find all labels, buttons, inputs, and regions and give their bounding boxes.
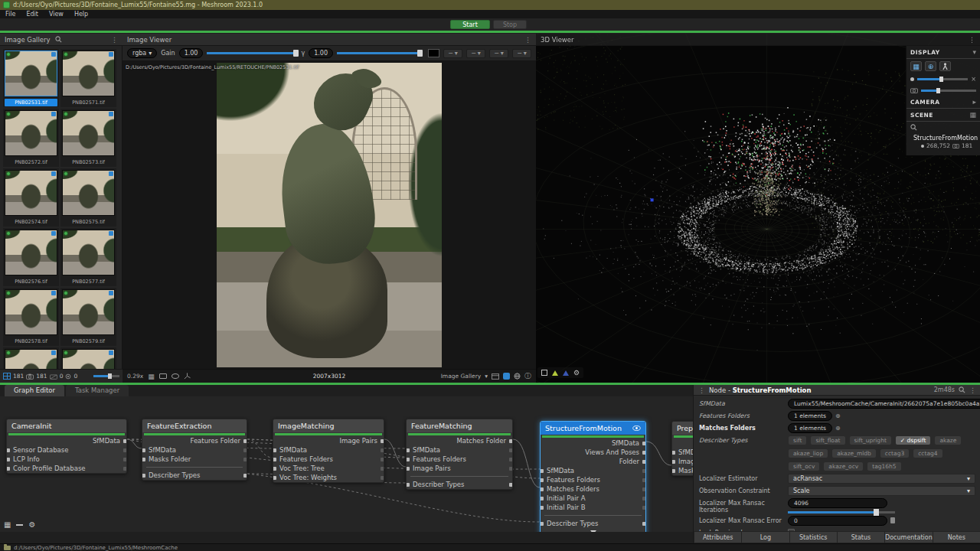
describer-chip-sift_upright[interactable]: sift_upright — [850, 436, 891, 445]
input-port[interactable] — [273, 467, 276, 471]
locator-toggle-icon[interactable] — [939, 61, 951, 71]
info-icon[interactable]: ⓘ — [524, 371, 531, 381]
eye-icon[interactable] — [632, 425, 641, 431]
gallery-thumbnail[interactable]: PNB02578.tif — [3, 288, 59, 346]
select-field[interactable]: Scale▾ — [788, 486, 975, 496]
elements-field[interactable]: 1 elements — [788, 423, 832, 433]
gallery-thumbnail[interactable]: PNB02576.tif — [3, 228, 59, 286]
scene-search-icon[interactable] — [910, 124, 917, 131]
output-port[interactable] — [642, 522, 645, 526]
input-port[interactable] — [142, 458, 145, 461]
gallery-thumbnail[interactable]: PNB02581.tif — [60, 347, 116, 369]
pass-port[interactable] — [243, 458, 247, 461]
np-tab-statistics[interactable]: Statistics — [790, 532, 837, 543]
describer-chip-akaze_ocv[interactable]: akaze_ocv — [824, 462, 863, 471]
fit-graph-icon[interactable]: ▦ — [4, 520, 11, 529]
graph-node-featurematching[interactable]: FeatureMatchingMatches FolderSfMDataFeat… — [406, 419, 513, 490]
panel-close-icon[interactable]: × — [971, 76, 976, 83]
grid-view-icon[interactable] — [3, 373, 11, 380]
output-port[interactable] — [509, 439, 512, 443]
pass-port[interactable] — [381, 448, 384, 452]
globe-icon[interactable] — [514, 373, 521, 380]
output-port[interactable] — [123, 439, 126, 443]
pass-port[interactable] — [123, 467, 126, 471]
viewer-3d-settings-icon[interactable]: ⚙ — [573, 369, 580, 377]
axes-icon[interactable] — [184, 373, 191, 380]
input-port[interactable] — [672, 451, 675, 455]
viewer-3d-menu-icon[interactable]: ⋮ — [969, 36, 975, 44]
input-port[interactable] — [541, 469, 544, 473]
hdr-icon[interactable] — [503, 373, 510, 380]
input-port[interactable] — [541, 522, 544, 526]
mesh-wire-icon[interactable] — [552, 370, 558, 376]
gallery-menu-icon[interactable]: ⋮ — [111, 36, 118, 44]
mesh-solid-icon[interactable] — [563, 370, 569, 376]
viewer-3d-panel[interactable]: 3D Viewer ⋮ ⚙ DISPLAY ▾ ▦ ⊕ — [536, 34, 980, 383]
np-tab-attributes[interactable]: Attributes — [694, 532, 741, 543]
describer-chip-sift_float[interactable]: sift_float — [811, 436, 844, 445]
point-size-slider[interactable] — [917, 78, 968, 80]
bbox-icon[interactable] — [541, 370, 547, 376]
scene-section-header[interactable]: SCENE ▦ — [906, 109, 980, 122]
thumbnail-size-slider[interactable] — [93, 375, 119, 377]
graph-node-featureextraction[interactable]: FeatureExtractionFeatures FolderSfMDataM… — [142, 419, 247, 481]
input-port[interactable] — [541, 487, 544, 491]
gizmo-toggle-icon[interactable]: ⊕ — [925, 61, 936, 71]
tab-task-manager[interactable]: Task Manager — [66, 385, 129, 396]
describer-chip-akaze_liop[interactable]: akaze_liop — [789, 449, 828, 458]
overlay-combo-3[interactable]: −▾ — [489, 49, 508, 58]
add-element-icon[interactable]: ⊕ — [835, 412, 841, 419]
describer-chip-cctag3[interactable]: cctag3 — [880, 449, 909, 458]
scene-media-item[interactable]: StructureFromMotion 268,752 181 — [906, 133, 980, 151]
add-element-icon[interactable]: ⊕ — [835, 425, 841, 432]
np-tab-status[interactable]: Status — [838, 532, 884, 543]
select-field[interactable]: acRansac▾ — [788, 474, 975, 484]
menu-item-file[interactable]: File — [0, 11, 21, 18]
pass-port[interactable] — [381, 458, 384, 461]
input-port[interactable] — [541, 506, 544, 510]
pixel-grid-icon[interactable]: ▦ — [148, 373, 155, 380]
pass-port[interactable] — [509, 448, 512, 452]
overlay-combo-4[interactable]: −▾ — [512, 49, 531, 58]
graph-node-preparedensescene[interactable]: PrepareDenseSceneImages FolderSfMDataIma… — [671, 421, 693, 476]
output-selector[interactable]: Image Gallery — [441, 373, 482, 380]
pass-port[interactable] — [123, 458, 126, 461]
image-viewport[interactable]: D:/Users/Oyo/Pictures/3D/Fontaine_Lumix5… — [122, 61, 536, 369]
menu-item-edit[interactable]: Edit — [21, 11, 44, 18]
gamma-slider[interactable] — [337, 52, 421, 54]
input-port[interactable] — [407, 448, 410, 452]
attribute-search-icon[interactable] — [959, 386, 965, 393]
output-port[interactable] — [509, 483, 512, 487]
tab-graph-editor[interactable]: Graph Editor — [5, 385, 64, 396]
describer-chip-dspsift[interactable]: ✓ dspsift — [896, 436, 931, 445]
describer-chip-sift_ocv[interactable]: sift_ocv — [789, 462, 819, 471]
graph-node-camerainit[interactable]: CameraInitSfMDataSensor DatabaseLCP Info… — [6, 419, 127, 474]
input-port[interactable] — [672, 469, 675, 473]
input-port[interactable] — [7, 467, 10, 471]
input-port[interactable] — [273, 448, 276, 452]
pass-port[interactable] — [509, 458, 512, 461]
background-color-swatch[interactable] — [428, 49, 439, 57]
output-port[interactable] — [381, 439, 384, 443]
gallery-thumbnail[interactable]: PNB02572.tif — [3, 109, 59, 167]
gallery-thumbnail[interactable]: PNB02580.tif — [3, 347, 59, 369]
input-port[interactable] — [407, 483, 410, 487]
output-port[interactable] — [642, 451, 645, 455]
gamma-value-field[interactable]: 1.00 — [309, 48, 333, 58]
input-port[interactable] — [541, 478, 544, 482]
minimap-toggle-icon[interactable] — [16, 524, 23, 526]
pass-port[interactable] — [381, 467, 384, 471]
input-port[interactable] — [142, 474, 145, 478]
camera-section-header[interactable]: CAMERA ▸ — [906, 96, 980, 109]
output-port[interactable] — [642, 442, 645, 445]
np-tab-documentation[interactable]: Documentation — [885, 532, 933, 543]
grid-toggle-icon[interactable]: ▦ — [910, 61, 922, 71]
input-port[interactable] — [7, 458, 10, 461]
describer-chip-akaze_mldb[interactable]: akaze_mldb — [832, 449, 876, 458]
graph-editor[interactable]: ▦ ⚙ CameraInitSfMDataSensor DatabaseLCP … — [0, 396, 693, 532]
output-port[interactable] — [642, 460, 645, 464]
search-icon[interactable] — [55, 36, 62, 43]
gallery-thumbnail[interactable]: PNB02575.tif — [60, 168, 116, 227]
gallery-thumbnail[interactable]: PNB02531.tif — [3, 49, 59, 107]
gain-value-field[interactable]: 1.00 — [179, 48, 204, 58]
